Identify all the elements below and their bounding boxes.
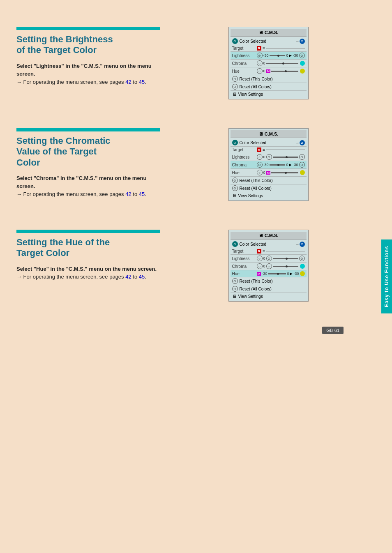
- cms-chroma-label-2: Chroma: [232, 163, 257, 167]
- cms-title-label-3: C.M.S.: [265, 233, 279, 238]
- cms-lightness-icon-left-1: ⊙: [257, 53, 263, 58]
- hue-body: Select "Hue" in the "C.M.S." menu on the…: [16, 265, 164, 281]
- sep-2: [16, 217, 364, 230]
- cms-reset-all-label-3: Reset (All Colors): [240, 287, 272, 291]
- cms-reset-all-row-1: ⊙ Reset (All Colors): [231, 83, 307, 91]
- cms-lightness-label-1: Lightness: [232, 53, 257, 58]
- cms-view-label-2: View Settings: [238, 194, 263, 198]
- cms-chroma-icon2-3: ○: [266, 263, 272, 269]
- cms-reset-all-row-3: ⊙ Reset (All Colors): [231, 285, 307, 293]
- cms-num-badge-1: 2: [300, 39, 305, 44]
- cms-lightness-label-2: Lightness: [232, 155, 257, 159]
- cms-reset-this-row-2: ⊙ Reset (This Color): [231, 177, 307, 184]
- cms-target-label-1: Target: [232, 46, 257, 51]
- cms-reset-all-label-1: Reset (All Colors): [240, 85, 272, 89]
- section-chromatic: Setting the ChromaticValue of the Target…: [16, 128, 364, 201]
- cms-lightness-num-far-1: -30: [293, 53, 298, 58]
- cms-view-row-1: 🖥 View Settings: [231, 91, 307, 97]
- section-hue-left: Setting the Hue of theTarget Color Selec…: [16, 230, 173, 302]
- cms-color-selected-row-3: ⊙ Color Selected → 2: [231, 240, 307, 248]
- cms-title-hue: 🖥 C.M.S.: [231, 232, 307, 240]
- brightness-link-45[interactable]: 45: [139, 79, 145, 85]
- cms-chroma-label-1: Chroma: [232, 61, 257, 66]
- cms-reset-all-icon-2: ⊙: [232, 185, 238, 191]
- cms-lightness-row-1: Lightness ⊙ -30 0 ▶ -30 ⊙: [231, 52, 307, 60]
- cms-lightness-icon2-2: ⊙: [266, 154, 272, 160]
- cms-color-selected-label-1: Color Selected: [238, 39, 295, 44]
- cms-lightness-slider-3: ○ 0 ⊙ ⊙: [257, 256, 305, 261]
- cms-view-row-2: 🖥 View Settings: [231, 192, 307, 199]
- cms-target-value-3: R: [257, 249, 262, 253]
- cms-hue-yellow-3: [300, 271, 305, 276]
- chromatic-body: Select "Chroma" in the "C.M.S." menu on …: [16, 174, 164, 198]
- cms-chroma-row-3: Chroma ○ 0 ○: [231, 263, 307, 270]
- cms-lightness-row-2: Lightness ○ 0 ⊙ ⊙: [231, 153, 307, 161]
- brightness-link-42[interactable]: 42: [125, 79, 131, 85]
- cms-panel-chromatic: 🖥 C.M.S. ⊙ Color Selected → 2 Target R ≡: [228, 128, 309, 201]
- cms-reset-all-row-2: ⊙ Reset (All Colors): [231, 184, 307, 192]
- cms-chroma-icon2-2: ⊙: [299, 162, 305, 168]
- cms-lightness-slider-1: ⊙ -30 0 ▶ -30 ⊙: [257, 53, 305, 58]
- cms-panel-brightness: 🖥 C.M.S. ⊙ Color Selected → 2 Target R ≡: [228, 27, 309, 99]
- section-hue: Setting the Hue of theTarget Color Selec…: [16, 230, 364, 302]
- cms-hue-slider-3: M -30 0 ▶ -30: [257, 271, 305, 276]
- cms-color-selected-label-3: Color Selected: [238, 242, 295, 247]
- cms-lightness-icon3-3: ⊙: [299, 256, 305, 261]
- cms-lightness-icon3-2: ⊙: [299, 154, 305, 160]
- page-number-area: GB-61: [16, 326, 364, 334]
- cms-icon-1: ⊙: [232, 38, 238, 44]
- cms-icon-3: ⊙: [232, 241, 238, 247]
- sidebar-label: Easy to Use Functions: [381, 240, 392, 313]
- cms-reset-this-icon-1: ⊙: [232, 76, 238, 82]
- cms-title-brightness: 🖥 C.M.S.: [231, 29, 307, 37]
- section-brightness: Setting the Brightnessof the Target Colo…: [16, 27, 364, 99]
- page-container: Setting the Brightnessof the Target Colo…: [0, 0, 392, 553]
- cms-reset-all-icon-1: ⊙: [232, 84, 238, 90]
- section-brightness-right: 🖥 C.M.S. ⊙ Color Selected → 2 Target R ≡: [173, 27, 364, 99]
- cms-color-selected-row-1: ⊙ Color Selected → 2: [231, 37, 307, 45]
- cms-hue-row-1: Hue ○ 0 M: [231, 67, 307, 75]
- cms-chroma-icon-3: ○: [257, 263, 263, 269]
- cms-reset-this-row-3: ⊙ Reset (This Color): [231, 277, 307, 285]
- brightness-body: Select "Lightness" in the "C.M.S." menu …: [16, 62, 164, 86]
- cms-target-value-1: R: [257, 46, 262, 51]
- cms-view-label-1: View Settings: [238, 92, 263, 97]
- cms-color-selected-label-2: Color Selected: [238, 141, 295, 145]
- cms-reset-this-label-1: Reset (This Color): [240, 77, 273, 81]
- cms-lightness-icon-2: ○: [257, 154, 263, 160]
- cms-chroma-slider-1: ○ 0: [257, 60, 305, 66]
- cms-lightness-icon-3: ○: [257, 256, 263, 261]
- cms-hue-yellow-2: [300, 170, 305, 175]
- cms-hue-label-1: Hue: [232, 69, 257, 74]
- brightness-title: Setting the Brightnessof the Target Colo…: [16, 34, 164, 56]
- brightness-instruction: Select "Lightness" in the "C.M.S." menu …: [16, 63, 152, 77]
- section-chromatic-left: Setting the ChromaticValue of the Target…: [16, 128, 173, 201]
- chromatic-link-42[interactable]: 42: [125, 191, 131, 197]
- section-chromatic-right: 🖥 C.M.S. ⊙ Color Selected → 2 Target R ≡: [173, 128, 364, 201]
- cms-lightness-icon2-3: ⊙: [266, 256, 272, 261]
- cms-title-chromatic: 🖥 C.M.S.: [231, 130, 307, 138]
- cms-color-selected-row-2: ⊙ Color Selected → 2: [231, 139, 307, 147]
- cms-target-label-2: Target: [232, 147, 257, 152]
- cms-target-row-2: Target R ≡: [231, 147, 307, 153]
- cms-target-value-2: R: [257, 147, 262, 152]
- cms-chroma-cyan-3: [300, 264, 305, 269]
- hue-instruction: Select "Hue" in the "C.M.S." menu on the…: [16, 266, 157, 272]
- hue-link-45[interactable]: 45: [139, 274, 145, 280]
- main-content: Setting the Brightnessof the Target Colo…: [0, 0, 376, 553]
- cms-hue-icon-left-1: ○: [257, 68, 263, 74]
- cms-arrow-2: →: [295, 141, 300, 145]
- sidebar: Easy to Use Functions: [376, 0, 392, 553]
- hue-bar: [16, 230, 160, 233]
- section-hue-right: 🖥 C.M.S. ⊙ Color Selected → 2 Target R ≡: [173, 230, 364, 302]
- cms-target-row-3: Target R ≡: [231, 248, 307, 255]
- chromatic-instruction: Select "Chroma" in the "C.M.S." menu on …: [16, 175, 146, 189]
- cms-chroma-icon-2: ⊙: [257, 162, 263, 168]
- chromatic-link-45[interactable]: 45: [139, 191, 145, 197]
- hue-link-42[interactable]: 42: [125, 274, 131, 280]
- cms-reset-this-label-2: Reset (This Color): [240, 178, 273, 183]
- cms-reset-this-icon-2: ⊙: [232, 177, 238, 183]
- cms-title-label-2: C.M.S.: [265, 131, 279, 136]
- cms-hue-yellow-1: [300, 69, 305, 74]
- cms-target-row-1: Target R ≡: [231, 45, 307, 52]
